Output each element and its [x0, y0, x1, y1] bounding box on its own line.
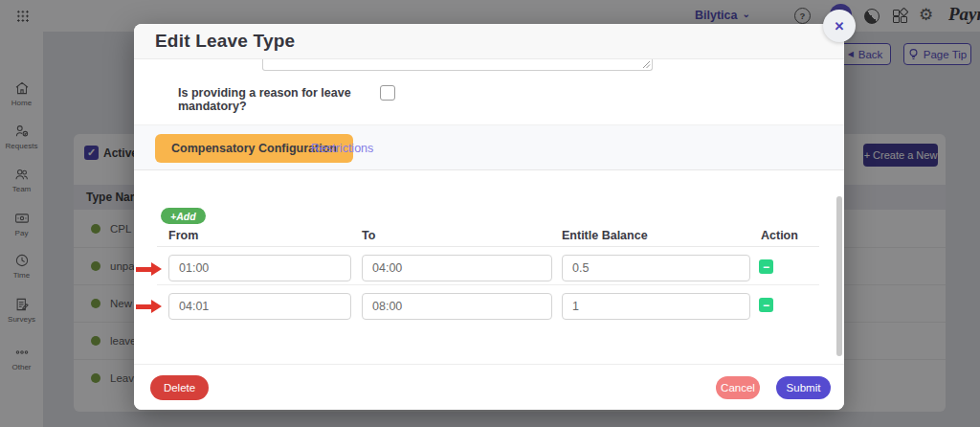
delete-button[interactable]: Delete [150, 375, 209, 400]
description-textarea[interactable] [262, 59, 653, 71]
resize-grip-icon [642, 60, 651, 69]
row1-from-input[interactable] [168, 255, 351, 281]
row2-from-input[interactable] [168, 293, 351, 320]
column-header-from: From [168, 229, 198, 242]
annotation-arrow-row1 [136, 262, 162, 276]
mandatory-question-label: Is providing a reason for leave mandator… [178, 86, 360, 113]
row2-remove-button[interactable]: − [759, 298, 773, 312]
modal-scrollbar[interactable] [836, 196, 842, 356]
row2-entitle-balance-input[interactable] [562, 293, 750, 320]
modal-footer: Delete Cancel Submit [134, 364, 844, 410]
close-icon: ✕ [835, 19, 845, 34]
row1-entitle-balance-input[interactable] [562, 255, 750, 281]
modal-title: Edit Leave Type [155, 31, 295, 52]
tabs-bar: Compensatory Configuration Restrictions [134, 124, 844, 170]
mandatory-question-row: Is providing a reason for leave mandator… [134, 83, 844, 104]
edit-leave-type-modal: Edit Leave Type ✕ Is providing a reason … [134, 24, 844, 410]
tab-restrictions[interactable]: Restrictions [311, 134, 373, 163]
mandatory-checkbox[interactable] [380, 85, 395, 101]
header-divider [157, 246, 819, 247]
cancel-button[interactable]: Cancel [716, 376, 760, 399]
add-row-button[interactable]: +Add [161, 208, 206, 224]
modal-header: Edit Leave Type [134, 24, 844, 59]
close-button[interactable]: ✕ [823, 10, 856, 42]
row-divider [157, 284, 819, 285]
row2-to-input[interactable] [362, 293, 552, 320]
column-header-entitle-balance: Entitle Balance [562, 229, 648, 242]
submit-button[interactable]: Submit [776, 376, 831, 399]
row1-to-input[interactable] [362, 255, 552, 281]
column-header-to: To [362, 229, 375, 242]
row1-remove-button[interactable]: − [759, 259, 773, 274]
column-header-action: Action [761, 229, 798, 242]
annotation-arrow-row2 [136, 300, 162, 313]
